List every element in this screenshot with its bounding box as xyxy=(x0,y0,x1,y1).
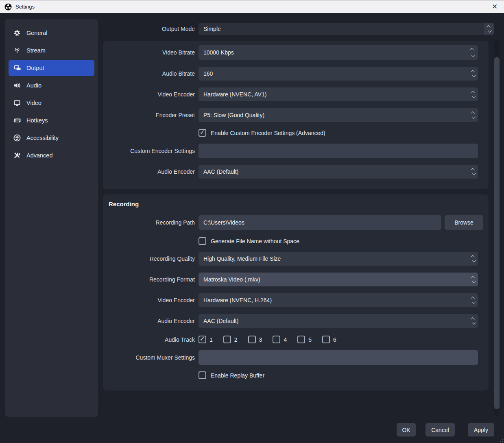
sidebar-item-label: General xyxy=(26,30,48,36)
obs-settings-window: { "window": { "title": "Settings" }, "si… xyxy=(0,0,504,443)
audio-track-5-checkbox[interactable] xyxy=(297,336,305,343)
audio-track-row: Audio Track 1 2 3 4 5 6 xyxy=(103,336,478,343)
encoder-preset-value: P5: Slow (Good Quality) xyxy=(199,112,264,118)
audio-track-1-checkbox[interactable] xyxy=(199,336,206,343)
encoder-preset-label: Encoder Preset xyxy=(103,112,195,118)
chevron-updown-icon[interactable] xyxy=(468,87,478,101)
chevron-updown-icon[interactable] xyxy=(468,293,478,307)
chevron-updown-icon[interactable] xyxy=(484,23,494,35)
sidebar-item-label: Accessibility xyxy=(26,135,59,141)
spin-up-icon[interactable] xyxy=(470,48,474,52)
monitor-icon xyxy=(13,99,21,107)
output-icon xyxy=(13,64,21,72)
recording-path-label: Recording Path xyxy=(103,219,195,226)
audio-bitrate-value: 160 xyxy=(199,70,213,77)
streaming-panel: Video Bitrate 10000 Kbps Audio Bitrate 1… xyxy=(103,41,489,189)
video-bitrate-row: Video Bitrate 10000 Kbps xyxy=(103,45,478,60)
enable-replay-buffer-label: Enable Replay Buffer xyxy=(211,372,264,379)
sidebar-item-accessibility[interactable]: Accessibility xyxy=(9,130,94,146)
audio-track-4-label: 4 xyxy=(284,336,287,343)
scrollbar-thumb[interactable] xyxy=(494,57,500,409)
sidebar-item-output[interactable]: Output xyxy=(9,60,94,76)
recording-section-header: Recording xyxy=(109,201,139,207)
sidebar-item-hotkeys[interactable]: Hotkeys xyxy=(9,112,94,129)
rec-audio-encoder-select[interactable]: AAC (Default) xyxy=(199,314,478,328)
sidebar-item-label: Stream xyxy=(26,47,46,54)
chevron-updown-icon[interactable] xyxy=(468,165,478,179)
custom-muxer-settings-input[interactable] xyxy=(199,350,478,365)
sidebar-item-general[interactable]: General xyxy=(9,25,94,41)
recording-quality-select[interactable]: High Quality, Medium File Size xyxy=(199,252,478,266)
rec-video-encoder-select[interactable]: Hardware (NVENC, H.264) xyxy=(199,293,478,307)
audio-track-6-label: 6 xyxy=(333,336,336,343)
audio-bitrate-select[interactable]: 160 xyxy=(199,67,478,81)
video-bitrate-value: 10000 Kbps xyxy=(199,49,234,56)
audio-track-label: Audio Track xyxy=(103,336,195,343)
recording-quality-value: High Quality, Medium File Size xyxy=(199,255,281,262)
audio-track-2-checkbox[interactable] xyxy=(223,336,231,343)
video-encoder-value: Hardware (NVENC, AV1) xyxy=(199,91,266,98)
output-mode-value: Simple xyxy=(199,26,221,32)
stream-audio-encoder-select[interactable]: AAC (Default) xyxy=(199,165,478,179)
encoder-preset-select[interactable]: P5: Slow (Good Quality) xyxy=(199,108,478,122)
window-title: Settings xyxy=(15,4,35,10)
audio-track-6-checkbox[interactable] xyxy=(322,336,330,343)
audio-track-1-label: 1 xyxy=(209,336,213,343)
rec-video-encoder-row: Video Encoder Hardware (NVENC, H.264) xyxy=(103,293,478,307)
title-bar: Settings ✕ xyxy=(0,0,504,13)
output-mode-label: Output Mode xyxy=(103,26,195,32)
cancel-button-label: Cancel xyxy=(431,427,449,433)
recording-path-input[interactable]: C:\Users\Videos xyxy=(199,215,441,230)
audio-track-3-checkbox[interactable] xyxy=(248,336,256,343)
sidebar-item-video[interactable]: Video xyxy=(9,95,94,111)
stream-audio-encoder-row: Audio Encoder AAC (Default) xyxy=(103,165,478,179)
browse-button[interactable]: Browse xyxy=(445,215,483,230)
video-encoder-select[interactable]: Hardware (NVENC, AV1) xyxy=(199,87,478,101)
enable-custom-encoder-checkbox[interactable] xyxy=(199,129,206,137)
video-encoder-label: Video Encoder xyxy=(103,91,195,98)
tools-icon xyxy=(13,152,21,159)
chevron-updown-icon[interactable] xyxy=(468,252,478,266)
chevron-updown-icon[interactable] xyxy=(468,314,478,328)
custom-muxer-settings-row: Custom Muxer Settings xyxy=(103,350,478,365)
sidebar-item-advanced[interactable]: Advanced xyxy=(9,147,94,164)
recording-quality-row: Recording Quality High Quality, Medium F… xyxy=(103,252,478,266)
spin-down-icon[interactable] xyxy=(471,53,475,57)
video-bitrate-spinner[interactable]: 10000 Kbps xyxy=(199,45,478,60)
close-icon[interactable]: ✕ xyxy=(485,0,504,13)
ok-button[interactable]: OK xyxy=(397,423,416,436)
speaker-icon xyxy=(13,82,21,89)
chevron-updown-icon[interactable] xyxy=(468,108,478,122)
sidebar-item-audio[interactable]: Audio xyxy=(9,77,94,94)
enable-custom-encoder-row: Enable Custom Encoder Settings (Advanced… xyxy=(199,129,325,137)
cancel-button[interactable]: Cancel xyxy=(425,423,455,436)
recording-format-row: Recording Format Matroska Video (.mkv) xyxy=(103,273,478,286)
stream-audio-encoder-value: AAC (Default) xyxy=(199,168,238,175)
audio-track-4-checkbox[interactable] xyxy=(273,336,280,343)
generate-no-space-checkbox[interactable] xyxy=(199,237,206,245)
output-mode-row: Output Mode Simple xyxy=(103,23,494,35)
custom-encoder-settings-input[interactable] xyxy=(199,144,478,158)
output-mode-select[interactable]: Simple xyxy=(199,23,494,35)
recording-path-row: Recording Path C:\Users\Videos Browse xyxy=(103,215,483,230)
recording-format-value: Matroska Video (.mkv) xyxy=(199,276,260,283)
enable-replay-buffer-row: Enable Replay Buffer xyxy=(199,371,264,379)
resize-grip[interactable] xyxy=(499,438,503,442)
sidebar-item-label: Video xyxy=(26,100,41,106)
audio-track-2-label: 2 xyxy=(234,336,238,343)
ok-button-label: OK xyxy=(402,427,410,433)
rec-video-encoder-value: Hardware (NVENC, H.264) xyxy=(199,297,272,303)
chevron-updown-icon[interactable] xyxy=(468,273,478,286)
apply-button-label: Apply xyxy=(474,427,488,433)
apply-button[interactable]: Apply xyxy=(468,423,494,436)
encoder-preset-row: Encoder Preset P5: Slow (Good Quality) xyxy=(103,108,478,122)
sidebar-item-label: Audio xyxy=(26,82,41,89)
recording-format-select[interactable]: Matroska Video (.mkv) xyxy=(199,273,478,286)
accessibility-icon xyxy=(13,134,21,142)
chevron-updown-icon[interactable] xyxy=(468,67,478,81)
recording-path-value: C:\Users\Videos xyxy=(203,219,244,226)
enable-replay-buffer-checkbox[interactable] xyxy=(199,371,206,379)
vertical-scrollbar[interactable] xyxy=(494,40,500,416)
sidebar-item-stream[interactable]: Stream xyxy=(9,42,94,59)
custom-encoder-settings-label: Custom Encoder Settings xyxy=(103,148,195,154)
